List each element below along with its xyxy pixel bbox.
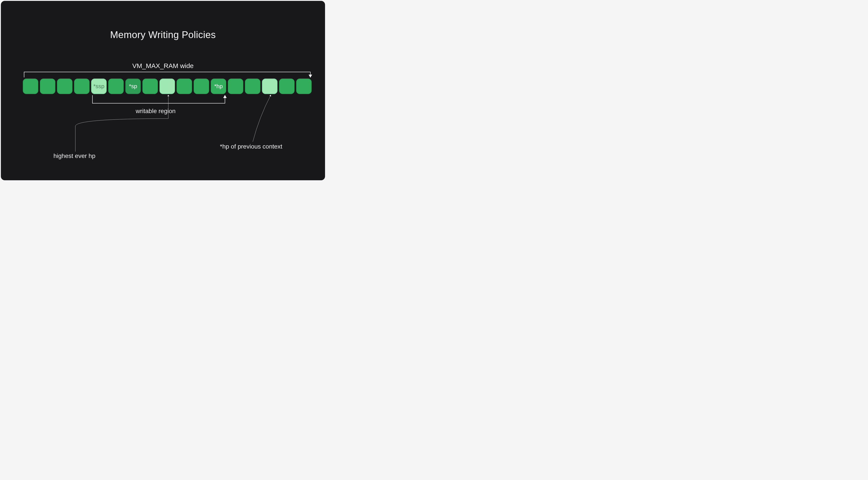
- cell-sp: *sp: [125, 78, 141, 94]
- memory-cells-row: *ssp*sp*hp: [23, 78, 312, 94]
- cell-ssp: *ssp: [91, 78, 107, 94]
- cell-12: [228, 78, 243, 94]
- cell-15: [279, 78, 294, 94]
- cell-8: [159, 78, 175, 94]
- cell-0: [23, 78, 38, 94]
- cell-hp: *hp: [211, 78, 226, 94]
- top-span-label: VM_MAX_RAM wide: [1, 62, 325, 70]
- cell-3: [74, 78, 90, 94]
- cell-2: [57, 78, 72, 94]
- cell-5: [108, 78, 124, 94]
- cell-16: [296, 78, 312, 94]
- cell-7: [143, 78, 158, 94]
- cell-13: [245, 78, 260, 94]
- label-writable-region: writable region: [136, 108, 176, 115]
- cell-10: [194, 78, 209, 94]
- diagram-frame: Memory Writing Policies VM_MAX_RAM wide …: [1, 1, 325, 180]
- cell-1: [40, 78, 55, 94]
- cell-9: [177, 78, 192, 94]
- diagram-title: Memory Writing Policies: [1, 29, 325, 40]
- label-highest-hp: highest ever hp: [54, 152, 95, 160]
- cell-14: [262, 78, 278, 94]
- label-prev-hp: *hp of previous context: [220, 143, 282, 150]
